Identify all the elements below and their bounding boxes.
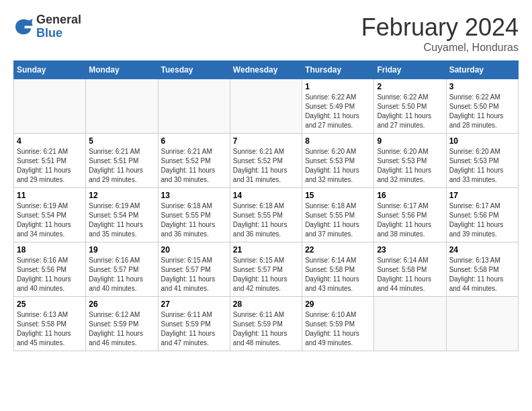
day-number: 21: [233, 245, 299, 255]
calendar-cell: 19Sunrise: 6:16 AMSunset: 5:57 PMDayligh…: [86, 242, 158, 297]
cell-info: Sunrise: 6:20 AMSunset: 5:53 PMDaylight:…: [449, 147, 515, 185]
logo-general-text: General: [36, 13, 81, 27]
cell-info: Sunrise: 6:19 AMSunset: 5:54 PMDaylight:…: [89, 201, 154, 239]
page-header: General Blue February 2024 Cuyamel, Hond…: [13, 13, 519, 54]
day-number: 29: [305, 300, 371, 309]
calendar-cell: [446, 297, 518, 351]
cell-info: Sunrise: 6:11 AMSunset: 5:59 PMDaylight:…: [161, 310, 227, 348]
calendar-cell: 7Sunrise: 6:21 AMSunset: 5:52 PMDaylight…: [230, 134, 302, 188]
cell-info: Sunrise: 6:21 AMSunset: 5:51 PMDaylight:…: [17, 147, 83, 185]
calendar-header-row: SundayMondayTuesdayWednesdayThursdayFrid…: [14, 61, 519, 79]
day-number: 12: [89, 191, 154, 200]
calendar-cell: [374, 297, 446, 351]
cell-info: Sunrise: 6:21 AMSunset: 5:52 PMDaylight:…: [233, 147, 299, 185]
title-block: February 2024 Cuyamel, Honduras: [361, 13, 519, 54]
cell-info: Sunrise: 6:16 AMSunset: 5:57 PMDaylight:…: [89, 256, 154, 293]
day-number: 19: [89, 245, 154, 255]
cell-info: Sunrise: 6:20 AMSunset: 5:53 PMDaylight:…: [305, 147, 371, 185]
col-header-sunday: Sunday: [14, 61, 86, 79]
logo-text: General Blue: [36, 13, 81, 40]
calendar-cell: 18Sunrise: 6:16 AMSunset: 5:56 PMDayligh…: [14, 242, 86, 297]
cell-info: Sunrise: 6:17 AMSunset: 5:56 PMDaylight:…: [449, 201, 515, 239]
calendar-cell: 6Sunrise: 6:21 AMSunset: 5:52 PMDaylight…: [158, 134, 230, 188]
calendar-cell: 22Sunrise: 6:14 AMSunset: 5:58 PMDayligh…: [302, 242, 374, 297]
month-title: February 2024: [361, 13, 519, 42]
cell-info: Sunrise: 6:10 AMSunset: 5:59 PMDaylight:…: [305, 310, 371, 348]
calendar-cell: [158, 79, 230, 134]
day-number: 25: [17, 300, 83, 309]
col-header-thursday: Thursday: [302, 61, 374, 79]
calendar-cell: [14, 79, 86, 134]
day-number: 7: [233, 136, 299, 146]
logo-icon: [13, 17, 34, 37]
logo: General Blue: [13, 13, 81, 40]
calendar-table: SundayMondayTuesdayWednesdayThursdayFrid…: [13, 60, 519, 351]
calendar-cell: 3Sunrise: 6:22 AMSunset: 5:50 PMDaylight…: [446, 79, 518, 134]
calendar-cell: 27Sunrise: 6:11 AMSunset: 5:59 PMDayligh…: [158, 297, 230, 351]
col-header-monday: Monday: [86, 61, 158, 79]
calendar-cell: 10Sunrise: 6:20 AMSunset: 5:53 PMDayligh…: [446, 134, 518, 188]
calendar-cell: 26Sunrise: 6:12 AMSunset: 5:59 PMDayligh…: [86, 297, 158, 351]
calendar-cell: [230, 79, 302, 134]
calendar-cell: 15Sunrise: 6:18 AMSunset: 5:55 PMDayligh…: [302, 188, 374, 242]
calendar-cell: 4Sunrise: 6:21 AMSunset: 5:51 PMDaylight…: [14, 134, 86, 188]
cell-info: Sunrise: 6:15 AMSunset: 5:57 PMDaylight:…: [161, 256, 227, 293]
calendar-cell: 12Sunrise: 6:19 AMSunset: 5:54 PMDayligh…: [86, 188, 158, 242]
cell-info: Sunrise: 6:14 AMSunset: 5:58 PMDaylight:…: [377, 256, 443, 293]
cell-info: Sunrise: 6:18 AMSunset: 5:55 PMDaylight:…: [161, 201, 227, 239]
calendar-cell: 24Sunrise: 6:13 AMSunset: 5:58 PMDayligh…: [446, 242, 518, 297]
cell-info: Sunrise: 6:16 AMSunset: 5:56 PMDaylight:…: [17, 256, 83, 293]
day-number: 15: [305, 191, 371, 200]
cell-info: Sunrise: 6:18 AMSunset: 5:55 PMDaylight:…: [233, 201, 299, 239]
day-number: 4: [17, 136, 83, 146]
calendar-cell: 5Sunrise: 6:21 AMSunset: 5:51 PMDaylight…: [86, 134, 158, 188]
calendar-cell: 17Sunrise: 6:17 AMSunset: 5:56 PMDayligh…: [446, 188, 518, 242]
day-number: 24: [449, 245, 515, 255]
day-number: 1: [305, 82, 371, 91]
calendar-cell: 2Sunrise: 6:22 AMSunset: 5:50 PMDaylight…: [374, 79, 446, 134]
cell-info: Sunrise: 6:13 AMSunset: 5:58 PMDaylight:…: [449, 256, 515, 293]
cell-info: Sunrise: 6:17 AMSunset: 5:56 PMDaylight:…: [377, 201, 443, 239]
day-number: 17: [449, 191, 515, 200]
cell-info: Sunrise: 6:22 AMSunset: 5:50 PMDaylight:…: [377, 93, 443, 130]
cell-info: Sunrise: 6:21 AMSunset: 5:51 PMDaylight:…: [89, 147, 154, 185]
calendar-cell: 16Sunrise: 6:17 AMSunset: 5:56 PMDayligh…: [374, 188, 446, 242]
day-number: 27: [161, 300, 227, 309]
day-number: 16: [377, 191, 443, 200]
day-number: 20: [161, 245, 227, 255]
cell-info: Sunrise: 6:22 AMSunset: 5:49 PMDaylight:…: [305, 93, 371, 130]
col-header-saturday: Saturday: [446, 61, 518, 79]
cell-info: Sunrise: 6:18 AMSunset: 5:55 PMDaylight:…: [305, 201, 371, 239]
calendar-cell: 25Sunrise: 6:13 AMSunset: 5:58 PMDayligh…: [14, 297, 86, 351]
day-number: 11: [17, 191, 83, 200]
calendar-cell: 9Sunrise: 6:20 AMSunset: 5:53 PMDaylight…: [374, 134, 446, 188]
col-header-tuesday: Tuesday: [158, 61, 230, 79]
day-number: 10: [449, 136, 515, 146]
day-number: 26: [89, 300, 154, 309]
location-subtitle: Cuyamel, Honduras: [361, 42, 519, 54]
day-number: 22: [305, 245, 371, 255]
cell-info: Sunrise: 6:13 AMSunset: 5:58 PMDaylight:…: [17, 310, 83, 348]
calendar-week-row: 18Sunrise: 6:16 AMSunset: 5:56 PMDayligh…: [14, 242, 519, 297]
day-number: 5: [89, 136, 154, 146]
cell-info: Sunrise: 6:21 AMSunset: 5:52 PMDaylight:…: [161, 147, 227, 185]
calendar-week-row: 11Sunrise: 6:19 AMSunset: 5:54 PMDayligh…: [14, 188, 519, 242]
calendar-cell: 14Sunrise: 6:18 AMSunset: 5:55 PMDayligh…: [230, 188, 302, 242]
col-header-wednesday: Wednesday: [230, 61, 302, 79]
calendar-cell: 21Sunrise: 6:15 AMSunset: 5:57 PMDayligh…: [230, 242, 302, 297]
cell-info: Sunrise: 6:12 AMSunset: 5:59 PMDaylight:…: [89, 310, 154, 348]
day-number: 13: [161, 191, 227, 200]
day-number: 18: [17, 245, 83, 255]
day-number: 9: [377, 136, 443, 146]
calendar-cell: [86, 79, 158, 134]
calendar-cell: 29Sunrise: 6:10 AMSunset: 5:59 PMDayligh…: [302, 297, 374, 351]
calendar-cell: 8Sunrise: 6:20 AMSunset: 5:53 PMDaylight…: [302, 134, 374, 188]
day-number: 28: [233, 300, 299, 309]
day-number: 8: [305, 136, 371, 146]
calendar-week-row: 1Sunrise: 6:22 AMSunset: 5:49 PMDaylight…: [14, 79, 519, 134]
calendar-week-row: 25Sunrise: 6:13 AMSunset: 5:58 PMDayligh…: [14, 297, 519, 351]
calendar-cell: 20Sunrise: 6:15 AMSunset: 5:57 PMDayligh…: [158, 242, 230, 297]
day-number: 6: [161, 136, 227, 146]
calendar-week-row: 4Sunrise: 6:21 AMSunset: 5:51 PMDaylight…: [14, 134, 519, 188]
cell-info: Sunrise: 6:20 AMSunset: 5:53 PMDaylight:…: [377, 147, 443, 185]
